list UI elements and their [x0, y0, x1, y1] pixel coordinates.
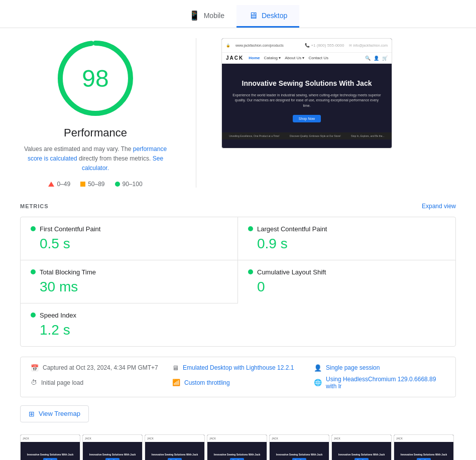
fcp-value: 0.5 s [31, 236, 227, 252]
preview-hero: Innovative Sewing Solutions With Jack Ex… [222, 64, 392, 132]
lcp-dot [248, 226, 253, 231]
list-item[interactable]: JACK Innovative Sewing Solutions With Ja… [145, 434, 205, 460]
monitor-icon: 🖥 [172, 364, 179, 372]
thumb-header-2: JACK [145, 435, 204, 442]
cls-value: 0 [248, 279, 445, 295]
info-session: 👤 Single page session [314, 364, 445, 372]
tab-mobile-label: Mobile [204, 12, 224, 20]
metrics-header: METRICS Expand view [20, 203, 456, 210]
tbt-name: Total Blocking Time [40, 268, 96, 276]
legend-good: 90–100 [115, 181, 143, 188]
cls-dot [248, 269, 253, 274]
globe-icon: 🌐 [314, 379, 322, 386]
main-content: 98 Performance Values are estimated and … [0, 28, 476, 460]
score-value: 98 [82, 65, 108, 92]
screenshot-preview: 🔒 www.jackfashion.com/products 📞 +1 (800… [221, 38, 392, 148]
info-section: 📅 Captured at Oct 23, 2024, 4:34 PM GMT+… [20, 357, 456, 397]
tab-mobile[interactable]: 📱 Mobile [177, 5, 236, 28]
metrics-grid: First Contentful Paint 0.5 s Largest Con… [20, 217, 456, 347]
legend-triangle-icon [48, 182, 54, 187]
info-initial-load: ⏱ Initial page load [31, 376, 162, 390]
thumb-header-6: JACK [394, 435, 453, 442]
metric-tbt: Total Blocking Time 30 ms [21, 260, 238, 303]
lcp-name: Largest Contentful Paint [257, 225, 327, 233]
preview-hero-title: Innovative Sewing Solutions With Jack [232, 79, 382, 89]
preview-brand: JACK [226, 55, 244, 61]
metric-cls: Cumulative Layout Shift 0 [238, 260, 455, 303]
si-value: 1.2 s [31, 322, 228, 338]
metric-si: Speed Index 1.2 s [21, 303, 238, 346]
legend-dot-icon [115, 182, 120, 187]
info-throttling: 📶 Custom throttling [172, 376, 304, 390]
thumb-header-3: JACK [207, 435, 267, 442]
thumbnails-row: JACK Innovative Sewing Solutions With Ja… [20, 430, 456, 460]
thumb-header-1: JACK [83, 435, 142, 442]
legend-square-icon [80, 182, 85, 187]
tab-desktop[interactable]: 🖥 Desktop [236, 5, 299, 28]
metric-fcp: First Contentful Paint 0.5 s [21, 217, 238, 260]
preview-nav-links: Home Catalog ▾ About Us ▾ Contact Us [249, 56, 328, 60]
score-left: 98 Performance Values are estimated and … [20, 38, 171, 188]
legend: 0–49 50–89 90–100 [48, 181, 142, 188]
mobile-icon: 📱 [189, 10, 200, 21]
info-chromium: 🌐 Using HeadlessChromium 129.0.6668.89 w… [314, 376, 445, 390]
fcp-dot [31, 226, 36, 231]
metrics-label: METRICS [20, 203, 49, 209]
expand-view-link[interactable]: Expand view [422, 203, 456, 210]
timer-icon: ⏱ [31, 379, 37, 386]
list-item[interactable]: JACK Innovative Sewing Solutions With Ja… [82, 434, 143, 460]
custom-throttling-link[interactable]: Custom throttling [184, 379, 230, 386]
user-icon: 👤 [314, 364, 322, 372]
si-dot [31, 313, 36, 318]
tab-desktop-label: Desktop [262, 12, 287, 20]
tbt-dot [31, 269, 36, 274]
desktop-icon: 🖥 [249, 11, 258, 21]
score-note: Values are estimated and may vary. The p… [20, 144, 171, 174]
preview-navbar: 🔒 www.jackfashion.com/products 📞 +1 (800… [222, 39, 392, 53]
info-captured: 📅 Captured at Oct 23, 2024, 4:34 PM GMT+… [31, 364, 162, 372]
legend-poor: 0–49 [48, 181, 70, 188]
treemap-label: View Treemap [39, 410, 80, 417]
list-item[interactable]: JACK Innovative Sewing Solutions With Ja… [331, 434, 392, 460]
tbt-value: 30 ms [31, 279, 227, 295]
treemap-icon: ⊞ [29, 410, 35, 418]
tabs-bar: 📱 Mobile 🖥 Desktop [0, 0, 476, 28]
info-emulated: 🖥 Emulated Desktop with Lighthouse 12.2.… [172, 364, 304, 372]
calendar-icon: 📅 [31, 364, 39, 372]
thumb-header-4: JACK [270, 435, 329, 442]
list-item[interactable]: JACK Innovative Sewing Solutions With Ja… [20, 434, 80, 460]
preview-shop-now-button: Shop Now [293, 115, 321, 122]
view-treemap-button[interactable]: ⊞ View Treemap [20, 405, 89, 422]
preview-hero-desc: Experience the world leader in industria… [232, 93, 382, 109]
fcp-name: First Contentful Paint [40, 225, 100, 233]
legend-medium: 50–89 [80, 181, 104, 188]
lcp-value: 0.9 s [248, 236, 445, 252]
chromium-link[interactable]: Using HeadlessChromium 129.0.6668.89 wit… [326, 376, 445, 390]
list-item[interactable]: JACK Innovative Sewing Solutions With Ja… [269, 434, 329, 460]
list-item[interactable]: JACK Innovative Sewing Solutions With Ja… [394, 434, 454, 460]
cls-name: Cumulative Layout Shift [257, 268, 326, 276]
thumb-header-0: JACK [21, 435, 80, 442]
list-item[interactable]: JACK Innovative Sewing Solutions With Ja… [207, 434, 267, 460]
si-name: Speed Index [40, 312, 76, 319]
metric-lcp: Largest Contentful Paint 0.9 s [238, 217, 455, 260]
thumb-header-5: JACK [332, 435, 391, 442]
divider-vertical [196, 38, 196, 188]
emulated-desktop-link[interactable]: Emulated Desktop with Lighthouse 12.2.1 [183, 364, 294, 371]
score-section: 98 Performance Values are estimated and … [20, 38, 456, 188]
wifi-icon: 📶 [172, 379, 180, 386]
single-page-session-link[interactable]: Single page session [326, 364, 380, 371]
preview-footer: Unveiling Excellence, One Product at a T… [222, 132, 392, 139]
score-label: Performance [64, 126, 127, 139]
score-circle: 98 [55, 38, 136, 118]
